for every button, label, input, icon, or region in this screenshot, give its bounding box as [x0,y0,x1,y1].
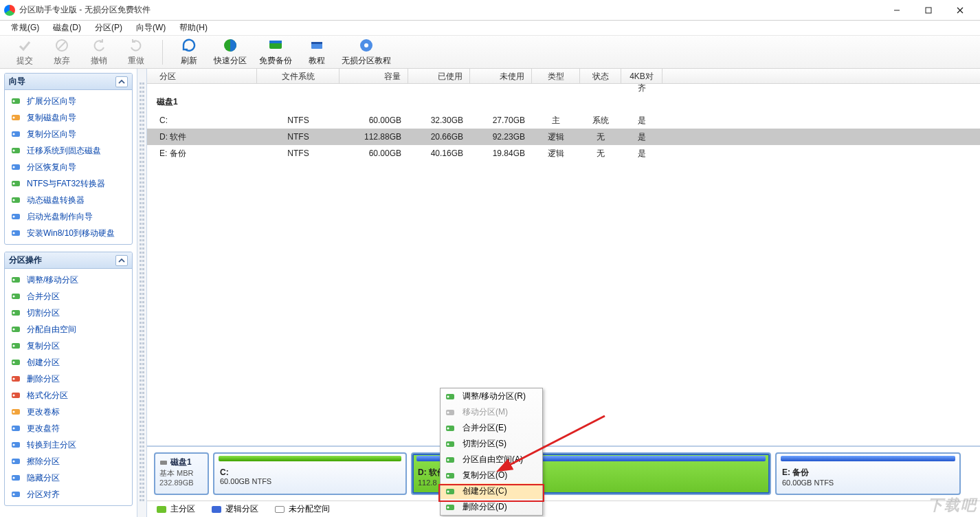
splitter[interactable] [137,69,147,517]
partition-row[interactable]: E: 备份 NTFS 60.00GB 40.16GB 19.84GB 逻辑 无 … [147,145,980,162]
menu-partition[interactable]: 分区(P) [88,21,129,35]
ctx-item-icon [443,421,457,435]
cell-free: 92.23GB [470,131,532,143]
ctx-item[interactable]: 复制分区(O) [441,468,542,483]
wizard-item-icon [10,195,21,206]
ctx-item: 移动分区(M) [441,404,542,420]
ops-item[interactable]: 合并分区 [5,288,132,305]
undo-button[interactable]: 撤销 [87,37,111,67]
col-header[interactable]: 分区 [147,69,257,83]
partition-row[interactable]: C: NTFS 60.00GB 32.30GB 27.70GB 主 系统 是 [147,112,980,129]
wizard-item[interactable]: 分区恢复向导 [5,159,132,175]
wizard-item[interactable]: 扩展分区向导 [5,93,132,109]
wizard-item[interactable]: 动态磁盘转换器 [5,192,132,208]
cell-align: 是 [621,146,662,161]
svg-point-32 [12,278,14,280]
wizard-item[interactable]: NTFS与FAT32转换器 [5,175,132,192]
ops-item-icon [10,291,21,302]
chevron-up-icon[interactable] [115,255,128,266]
refresh-button[interactable]: 刷新 [177,37,201,67]
tutorial-label: 教程 [309,55,325,67]
ctx-item[interactable]: 调整/移动分区(R) [441,388,542,404]
refresh-label: 刷新 [181,55,197,67]
minimize-button[interactable] [881,0,913,21]
col-header[interactable]: 未使用 [470,69,532,83]
svg-point-63 [447,411,449,413]
ctx-item-label: 复制分区(O) [463,470,507,481]
close-button[interactable] [944,0,976,21]
wizard-item[interactable]: 迁移系统到固态磁盘 [5,142,132,159]
wizard-panel-header[interactable]: 向导 [5,74,132,90]
ctx-item[interactable]: 分区自由空间(A) [441,452,542,468]
cell-type: 逻辑 [532,130,580,144]
wizard-item[interactable]: 复制分区向导 [5,126,132,142]
cell-used: 32.30GB [408,114,470,126]
wizard-item-label: 安装Win8/10到移动硬盘 [27,228,115,239]
ops-item-icon [10,324,21,335]
partition-block[interactable]: C: 60.00GB NTFS [213,452,407,495]
backup-label: 免费备份 [259,55,292,67]
ops-item[interactable]: 创建分区 [5,354,132,371]
menu-help[interactable]: 帮助(H) [172,21,214,35]
ops-item[interactable]: 擦除分区 [5,453,132,470]
cell-stat: 无 [580,146,621,161]
discard-button[interactable]: 放弃 [49,37,74,67]
ops-item-icon [10,423,21,434]
col-header[interactable]: 已使用 [408,69,470,83]
wizard-item[interactable]: 启动光盘制作向导 [5,208,132,225]
partition-row[interactable]: D: 软件 NTFS 112.88GB 20.66GB 92.23GB 逻辑 无… [147,129,980,145]
ctx-item[interactable]: 合并分区(E) [441,420,542,436]
ops-item[interactable]: 转换到主分区 [5,437,132,453]
ops-item[interactable]: 删除分区 [5,371,132,387]
ops-item[interactable]: 隐藏分区 [5,470,132,486]
svg-point-52 [12,443,14,446]
disk-box[interactable]: 磁盘1 基本 MBR 232.89GB [154,452,209,495]
ops-panel-header[interactable]: 分区操作 [5,252,132,269]
ops-item[interactable]: 更改盘符 [5,420,132,437]
menu-wizard[interactable]: 向导(W) [129,21,172,35]
partition-block[interactable]: E: 备份 60.00GB NTFS [775,452,961,495]
col-header[interactable]: 文件系统 [257,69,339,83]
commit-button[interactable]: 提交 [12,37,37,67]
left-panels: 向导 扩展分区向导 复制磁盘向导 复制分区向导 迁移系统到固态磁盘 分区恢复向导… [0,69,137,517]
cell-align: 是 [621,113,662,128]
ops-item-icon [10,456,21,467]
watermark: 下载吧 [928,495,977,516]
ops-item-label: 隐藏分区 [27,472,60,484]
ops-item[interactable]: 分配自由空间 [5,321,132,338]
menu-disk[interactable]: 磁盘(D) [46,21,88,35]
wizard-item-icon [10,162,21,173]
wizard-item[interactable]: 安装Win8/10到移动硬盘 [5,225,132,241]
ops-item[interactable]: 分区对齐 [5,486,132,503]
ops-item[interactable]: 更改卷标 [5,404,132,420]
ops-item-label: 更改盘符 [27,423,60,434]
redo-button[interactable]: 重做 [124,37,148,67]
wizard-panel: 向导 扩展分区向导 复制磁盘向导 复制分区向导 迁移系统到固态磁盘 分区恢复向导… [4,73,133,245]
maximize-button[interactable] [913,0,944,21]
ops-item[interactable]: 格式化分区 [5,387,132,404]
free-backup-button[interactable]: 免费备份 [259,37,292,67]
lossless-tutorial-button[interactable]: 无损分区教程 [342,37,391,67]
quick-partition-button[interactable]: 快速分区 [214,37,247,67]
cell-free: 19.84GB [470,147,532,160]
menu-general[interactable]: 常规(G) [4,21,46,35]
svg-point-40 [12,344,14,346]
col-header[interactable]: 类型 [532,69,580,83]
ops-item[interactable]: 复制分区 [5,338,132,354]
chevron-up-icon[interactable] [115,76,128,87]
col-header[interactable]: 状态 [580,69,621,83]
cell-used: 20.66GB [408,131,470,143]
ops-item-label: 创建分区 [27,357,60,368]
legend-swatch-logical [212,506,221,513]
wizard-item-icon [10,96,21,107]
wizard-item-label: NTFS与FAT32转换器 [27,178,105,190]
col-header[interactable]: 4KB对齐 [621,69,662,83]
ctx-item[interactable]: 切割分区(S) [441,436,542,452]
cell-cap: 112.88GB [339,131,408,143]
svg-point-34 [12,295,14,297]
ops-item[interactable]: 切割分区 [5,305,132,321]
tutorial-button[interactable]: 教程 [304,37,329,67]
wizard-item[interactable]: 复制磁盘向导 [5,109,132,126]
col-header[interactable]: 容量 [339,69,408,83]
ops-item[interactable]: 调整/移动分区 [5,272,132,288]
